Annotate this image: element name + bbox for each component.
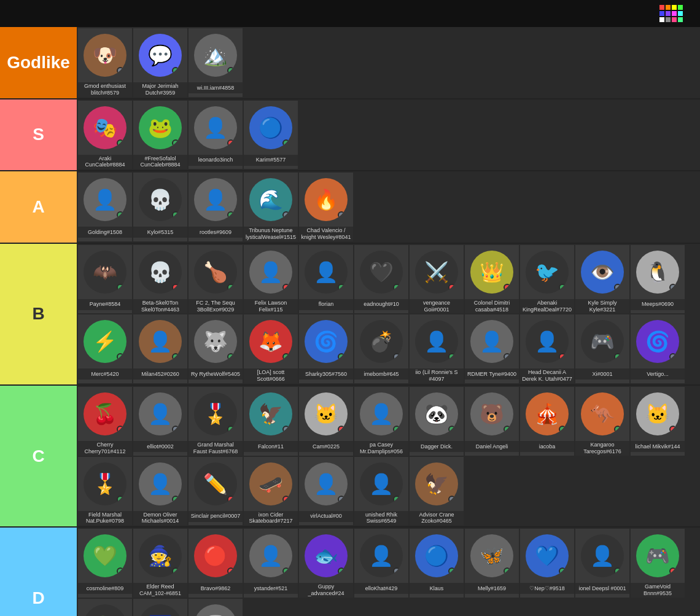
list-item[interactable]: 👁️Kyle Simply Kyle#3221 [575, 245, 629, 314]
avatar: 🔵 [424, 544, 449, 567]
list-item[interactable]: 👤ionel Deepsl #0001 [575, 529, 629, 598]
list-item[interactable]: 🍗FC 2, The Sequ 3BollExo#9029 [189, 245, 243, 314]
list-item[interactable]: 👤rootles#9609 [189, 173, 243, 241]
avatar: 🦅 [424, 472, 449, 496]
list-item[interactable]: 🌀Sharky305#7560 [299, 314, 353, 383]
status-dot [282, 353, 290, 361]
list-item[interactable]: 👤Golding#1508 [78, 173, 132, 241]
list-item[interactable]: 🏔️wi.III.iam#4858 [189, 28, 243, 97]
list-item-label: RDMER Tyne#9400 [465, 368, 519, 380]
list-item[interactable]: 🥃Whisky [189, 599, 243, 616]
list-item[interactable]: ⚡Merc#5420 [78, 314, 132, 383]
list-item[interactable]: 🛹ixon Cider Skateboard#7217 [244, 457, 298, 526]
tier-row-s: S🎭Araki CunCaleb#8884🐸#FreeSofalol CunCa… [0, 99, 700, 172]
list-item[interactable]: 🐸#FreeSofalol CunCaleb#8884 [133, 101, 187, 170]
list-item[interactable]: 🔥Chad Valencio / knight Wesley#8041 [299, 173, 353, 241]
list-item[interactable]: 👤ystander#521 [244, 529, 298, 598]
list-item[interactable]: 👤RDMER Tyne#9400 [465, 314, 519, 383]
list-item[interactable]: 👤Milan452#0260 [133, 314, 187, 383]
list-item[interactable]: 🦊[LOA] scott Scott#0666 [244, 314, 298, 383]
list-item[interactable]: 🧙Elder Reed CAM_102-#6851 [133, 529, 187, 598]
list-item[interactable]: 👤Demon Oliver Michaels#0014 [133, 457, 187, 526]
list-item-label: iacoba [520, 441, 574, 452]
list-item[interactable]: 🍒Cherry Cherry701#4112 [78, 387, 132, 456]
list-item[interactable]: 👤elliot#0002 [133, 387, 187, 456]
list-item[interactable]: 🦅Falcon#11 [244, 387, 298, 456]
list-item[interactable]: 🎪iacoba [520, 387, 574, 456]
list-item-label: vengeance Goii#0001 [410, 299, 464, 314]
list-item[interactable]: 🐟Guppy _advanced#24 [299, 529, 353, 598]
avatar: 👤 [148, 472, 173, 496]
avatar: ⚡ [93, 330, 117, 353]
status-dot [614, 426, 621, 433]
avatar: 👤 [590, 544, 615, 567]
list-item[interactable]: 🐧Meeps#0690 [631, 245, 685, 314]
list-item[interactable]: 👤Head Decanii A Derek K. Utah#0477 [520, 314, 574, 383]
list-item-label: wi.III.iam#4858 [189, 82, 243, 93]
list-item-label: Sharky305#7560 [299, 368, 353, 380]
list-item-label: #FreeSofalol CunCaleb#8884 [133, 155, 187, 170]
avatar: 🦅 [259, 402, 283, 426]
list-item-label: iio (Lil Ronnie's S #4097 [410, 368, 464, 383]
list-item[interactable]: 🐶Gmod enthusiast blitch#8579 [78, 28, 132, 97]
list-item[interactable]: 🔵Klaus [410, 529, 464, 598]
list-item[interactable]: 🦋Melly#1659 [465, 529, 519, 598]
list-item-label: rootles#9609 [189, 227, 243, 238]
status-dot [669, 567, 677, 575]
status-dot [172, 496, 179, 503]
status-dot [338, 567, 345, 575]
list-item[interactable]: 👤unished Rhik Swiss#6549 [354, 457, 408, 526]
list-item[interactable]: 🦘Kangaroo Tarecgos#6176 [575, 387, 629, 456]
list-item[interactable]: 👤florian [299, 245, 353, 314]
avatar: 👤 [259, 544, 283, 567]
avatar: 🖤 [369, 260, 394, 284]
list-item-label: Cherry Cherry701#4112 [78, 441, 132, 456]
avatar: 🐱 [645, 402, 670, 426]
list-item[interactable]: 💙♡Nep♡#9518 [520, 529, 574, 598]
list-item[interactable]: 💣imebomb#645 [354, 314, 408, 383]
list-item[interactable]: 🎖️Field Marshal Nat.Puke#0798 [78, 457, 132, 526]
list-item[interactable]: 💀Kylo#5315 [133, 173, 187, 241]
list-item[interactable]: 🐼Dagger Dick. [410, 387, 464, 456]
list-item-label: Karim#5577 [244, 155, 298, 166]
list-item[interactable]: 🐱Cam#0225 [299, 387, 353, 456]
list-item[interactable]: 🎭Araki CunCaleb#8884 [78, 101, 132, 170]
list-item[interactable]: 💀Beta-Skel0Ton Skel0Ton#4463 [133, 245, 187, 314]
status-dot [172, 353, 179, 361]
status-dot [448, 426, 456, 433]
list-item[interactable]: 👤leonardo3inch [189, 101, 243, 170]
status-dot [393, 496, 400, 503]
list-item[interactable]: 💬Major Jerimiah Dutch#3959 [133, 28, 187, 97]
list-item[interactable]: 🌀Vertigo... [631, 314, 685, 383]
list-item[interactable]: 🖤eadnought#10 [354, 245, 408, 314]
list-item[interactable]: 👑Colonel Dimitri casaba#4518 [465, 245, 519, 314]
list-item[interactable]: 🐦Abenaki KingRealDeal#7720 [520, 245, 574, 314]
status-dot [393, 567, 400, 575]
list-item[interactable]: 🐺Ry RytheWolf#5405 [189, 314, 243, 383]
list-item[interactable]: 🎮GameVoid Bnnn#9535 [631, 529, 685, 598]
status-dot [117, 211, 124, 219]
list-item-label: Gmod enthusiast blitch#8579 [78, 82, 132, 97]
list-item[interactable]: 👤virlActual#00 [299, 457, 353, 526]
list-item[interactable]: 👤elloKhat#429 [354, 529, 408, 598]
list-item[interactable]: 🪖Sophie Morgan Zoinks#4596 [78, 599, 132, 616]
list-item[interactable]: 🐻Daniel Angeli [465, 387, 519, 456]
list-item[interactable]: 🌊Tribunus Neptune lysticalWeasel#1515 [244, 173, 298, 241]
avatar: 🐼 [424, 402, 449, 426]
list-item[interactable]: 🔴Bravo#9862 [189, 529, 243, 598]
list-item[interactable]: ⚔️vengeance Goii#0001 [410, 245, 464, 314]
list-item[interactable]: 🌌Speco#9250 [133, 599, 187, 616]
list-item[interactable]: 🎖️Grand Marshal Faust Faust#6768 [189, 387, 243, 456]
avatar: 🦘 [590, 402, 615, 426]
list-item[interactable]: 👤iio (Lil Ronnie's S #4097 [410, 314, 464, 383]
status-dot [669, 353, 677, 361]
list-item[interactable]: 💚cosmoline#809 [78, 529, 132, 598]
list-item[interactable]: 👤Felix Lawson Felix#115 [244, 245, 298, 314]
list-item[interactable]: 🎮Xi#0001 [575, 314, 629, 383]
list-item[interactable]: 🔵Karim#5577 [244, 101, 298, 170]
list-item[interactable]: 🦇Payne#8584 [78, 245, 132, 314]
list-item[interactable]: 🐱lichael Mikvik#144 [631, 387, 685, 456]
list-item[interactable]: ✏️Sinclair pencil#0007 [189, 457, 243, 526]
list-item[interactable]: 👤pa Casey Mr.Damplips#056 [354, 387, 408, 456]
list-item[interactable]: 🦅Advisor Crane Zcoko#0465 [410, 457, 464, 526]
